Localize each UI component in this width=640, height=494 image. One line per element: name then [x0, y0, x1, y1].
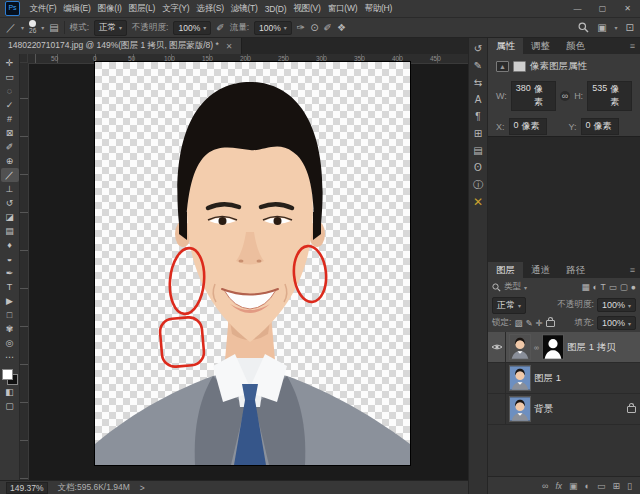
blend-mode-select[interactable]: 正常 ▾	[94, 20, 127, 36]
x-field[interactable]: 0 像素	[509, 118, 547, 135]
lock-image-pixels-icon[interactable]: ✎	[525, 318, 532, 328]
lasso-tool[interactable]: ◌	[1, 84, 19, 98]
tab-layers[interactable]: 图层	[488, 262, 523, 278]
brush-angle-icon[interactable]: ⊙	[310, 23, 318, 33]
clone-stamp-tool[interactable]: ⊥	[1, 182, 19, 196]
width-field[interactable]: 380 像素	[511, 81, 556, 111]
link-layers-icon[interactable]: ∞	[542, 481, 548, 491]
layer-mask-thumbnail[interactable]	[543, 335, 563, 359]
menu-item-help[interactable]: 帮助(H)	[361, 3, 396, 15]
workspace-switcher-icon[interactable]: ▣	[597, 23, 606, 33]
layer-row-layer1-copy[interactable]: ∞ 图层 1 拷贝	[488, 332, 640, 363]
menu-item-3d[interactable]: 3D(D)	[261, 4, 290, 14]
move-tool[interactable]: ✛	[1, 56, 19, 70]
lock-all-icon[interactable]	[546, 320, 555, 327]
canvas-area[interactable]: 50 0 50 100 150 200 250 300 350 400 450	[20, 54, 468, 480]
zoom-level-field[interactable]: 149.37%	[6, 482, 48, 494]
frame-tool[interactable]: ⊠	[1, 126, 19, 140]
layer-style-icon[interactable]: fx	[555, 481, 562, 491]
chevron-down-icon[interactable]: ▾	[21, 24, 24, 31]
menu-item-view[interactable]: 视图(V)	[290, 3, 324, 15]
blur-tool[interactable]: ♦	[1, 238, 19, 252]
filter-type-layers-icon[interactable]: T	[601, 282, 606, 292]
filter-smart-objects-icon[interactable]: ▢	[620, 282, 628, 292]
menu-item-filter[interactable]: 滤镜(T)	[227, 3, 261, 15]
maximize-button[interactable]: ▢	[590, 0, 615, 17]
layer-blend-mode-select[interactable]: 正常 ▾	[492, 297, 526, 314]
fill-select[interactable]: 100% ▾	[597, 316, 636, 330]
brush-preset-picker[interactable]: 26	[29, 20, 36, 35]
color-swatches[interactable]	[2, 369, 18, 385]
visibility-cell[interactable]	[488, 332, 506, 362]
path-selection-tool[interactable]: ▶	[1, 294, 19, 308]
tab-channels[interactable]: 通道	[523, 262, 558, 278]
layer-opacity-select[interactable]: 100% ▾	[597, 298, 636, 312]
new-layer-icon[interactable]: ⊞	[613, 481, 621, 491]
gold-x-plugin-icon[interactable]: ✕	[473, 196, 483, 208]
layer-thumbnail[interactable]	[510, 397, 530, 421]
quick-selection-tool[interactable]: ✓	[1, 98, 19, 112]
layer-name[interactable]: 图层 1 拷贝	[567, 341, 616, 354]
mask-thumbnail-chip-icon[interactable]	[513, 61, 526, 72]
new-adjustment-layer-icon[interactable]: ◐	[585, 481, 590, 491]
hand-tool[interactable]: ✾	[1, 322, 19, 336]
layer-thumbnail-chip-icon[interactable]: ▲	[496, 61, 509, 72]
menu-item-select[interactable]: 选择(S)	[193, 3, 227, 15]
layer-name[interactable]: 背景	[534, 403, 553, 416]
add-layer-mask-icon[interactable]: ▣	[569, 481, 578, 491]
mask-link-icon[interactable]: ∞	[534, 344, 539, 351]
link-dimensions-icon[interactable]: ∞	[560, 91, 570, 101]
height-field[interactable]: 535 像素	[587, 81, 632, 111]
status-expand-arrow[interactable]: >	[140, 483, 145, 493]
edit-toolbar-icon[interactable]: ⋯	[1, 350, 19, 364]
share-icon[interactable]: ⊡	[626, 23, 634, 33]
glyphs-panel-icon[interactable]: ⊞	[474, 128, 482, 140]
layer-name[interactable]: 图层 1	[534, 372, 561, 385]
pressure-size-icon[interactable]: ✐	[324, 23, 332, 33]
menu-item-type[interactable]: 文字(Y)	[159, 3, 193, 15]
paragraph-panel-icon[interactable]: ¶	[475, 111, 480, 123]
menu-item-edit[interactable]: 编辑(E)	[60, 3, 94, 15]
rectangular-marquee-tool[interactable]: ▭	[1, 70, 19, 84]
brush-settings-toggle-icon[interactable]: ▤	[49, 23, 58, 33]
filter-toggle-icon[interactable]: ●	[631, 282, 636, 292]
history-panel-icon[interactable]: ↺	[474, 43, 482, 55]
libraries-panel-icon[interactable]: ▤	[473, 145, 482, 157]
visibility-cell[interactable]	[488, 394, 506, 424]
layer-row-background[interactable]: 背景	[488, 394, 640, 425]
tab-paths[interactable]: 路径	[558, 262, 593, 278]
zoom-tool[interactable]: ◎	[1, 336, 19, 350]
minimize-button[interactable]: —	[565, 0, 590, 17]
document-tab[interactable]: 1480220710174.jpg @ 149%(图层 1 拷贝, 图层蒙版/8…	[0, 38, 242, 54]
tab-adjustments[interactable]: 调整	[523, 38, 558, 54]
opacity-select[interactable]: 100% ▾	[173, 21, 211, 35]
tab-properties[interactable]: 属性	[488, 38, 523, 54]
visibility-cell[interactable]	[488, 363, 506, 393]
eraser-tool[interactable]: ◪	[1, 210, 19, 224]
learn-panel-icon[interactable]: ʘ	[474, 162, 482, 174]
lock-transparent-pixels-icon[interactable]: ▨	[514, 318, 522, 328]
filter-adjustment-layers-icon[interactable]: ◐	[592, 282, 597, 292]
layer-thumbnail[interactable]	[510, 335, 530, 359]
document-view[interactable]	[95, 62, 410, 465]
filter-kind-select[interactable]: 类型	[504, 281, 521, 293]
brush-tool[interactable]: ／	[1, 168, 19, 182]
brush-settings-panel-icon[interactable]: ✎	[474, 60, 482, 72]
y-field[interactable]: 0 像素	[581, 118, 619, 135]
info-panel-icon[interactable]: ⓘ	[473, 179, 483, 191]
close-icon[interactable]: ✕	[226, 42, 233, 51]
panel-menu-icon[interactable]: ≡	[625, 262, 640, 278]
filter-pixel-layers-icon[interactable]: ▦	[581, 282, 589, 292]
flow-select[interactable]: 100% ▾	[254, 21, 292, 35]
menu-item-image[interactable]: 图像(I)	[94, 3, 125, 15]
pressure-opacity-icon[interactable]: ✐	[216, 23, 224, 33]
lock-position-icon[interactable]: ✛	[536, 318, 543, 328]
menu-item-file[interactable]: 文件(F)	[26, 3, 60, 15]
symmetry-icon[interactable]: ❖	[337, 23, 346, 33]
chevron-down-icon[interactable]: ▾	[41, 24, 44, 31]
clone-source-panel-icon[interactable]: ⇆	[474, 77, 482, 89]
search-icon[interactable]	[578, 22, 589, 33]
eye-icon[interactable]	[491, 343, 503, 351]
pen-tool[interactable]: ✒	[1, 266, 19, 280]
new-group-icon[interactable]: ▭	[597, 481, 606, 491]
